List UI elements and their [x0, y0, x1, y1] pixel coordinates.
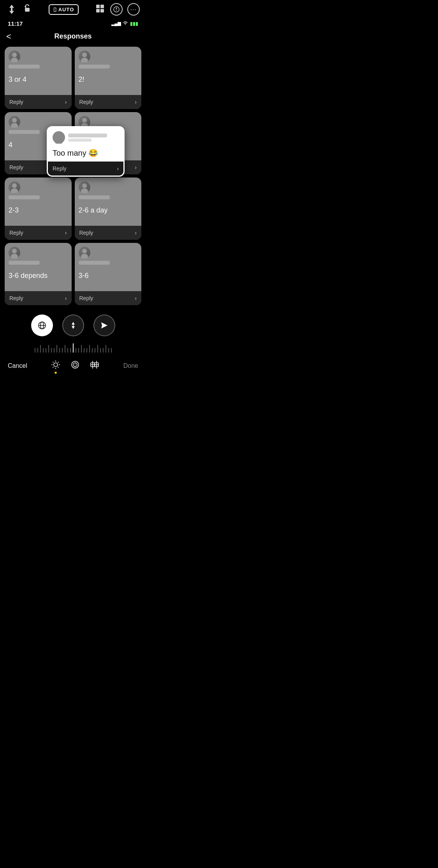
username-blur-8 [79, 261, 110, 265]
popup-overlay: Too many 😂 Reply › [47, 126, 125, 177]
reply-bar-5[interactable]: Reply › [5, 226, 72, 240]
tick [100, 348, 101, 353]
tick [103, 348, 104, 353]
reply-bar-8[interactable]: Reply › [75, 291, 142, 305]
bottom-icons [51, 360, 100, 372]
svg-rect-8 [100, 9, 104, 12]
svg-marker-0 [9, 5, 14, 8]
popup-avatar [53, 131, 65, 144]
svg-marker-35 [72, 326, 75, 329]
username-blur-2 [79, 65, 110, 69]
status-icons: ▂▄▆ ▮▮▮ [111, 21, 138, 26]
reply-bar-2[interactable]: Reply › [75, 95, 142, 109]
reply-chevron-1: › [65, 99, 67, 105]
transform-icon[interactable] [90, 360, 100, 372]
svg-point-25 [11, 254, 18, 258]
crop-icon[interactable] [70, 360, 80, 372]
svg-point-20 [12, 183, 17, 188]
username-blur-3 [9, 130, 40, 134]
svg-line-43 [58, 367, 59, 368]
tick [51, 348, 52, 353]
svg-line-42 [53, 362, 54, 363]
svg-point-13 [11, 58, 18, 62]
back-button[interactable]: < [6, 32, 11, 42]
tick [56, 345, 57, 353]
tick [40, 345, 41, 353]
reply-chevron-6: › [135, 230, 137, 236]
card-text-8: 3-6 [79, 269, 138, 288]
response-card-8: 3-6 Reply › [75, 243, 142, 305]
popup-reply-chevron: › [117, 165, 119, 172]
svg-rect-3 [25, 8, 30, 12]
svg-rect-6 [100, 5, 104, 8]
signal-icon: ▂▄▆ [111, 21, 121, 26]
svg-marker-33 [72, 322, 75, 325]
svg-point-29 [55, 139, 63, 144]
tick [76, 348, 76, 353]
grid-icon[interactable] [95, 3, 106, 16]
username-blur-5 [9, 195, 40, 199]
done-button[interactable]: Done [123, 362, 138, 369]
popup-username-blur [68, 134, 107, 137]
svg-point-28 [56, 133, 62, 139]
tick-center [73, 343, 74, 353]
reply-chevron-7: › [65, 295, 67, 301]
svg-rect-5 [96, 5, 100, 8]
popup-card: Too many 😂 Reply › [47, 126, 125, 177]
brightness-icon[interactable] [51, 360, 61, 372]
svg-point-26 [82, 249, 87, 253]
adjust-icon[interactable] [6, 4, 17, 15]
page-header: < Responses [0, 30, 146, 45]
globe-control-button[interactable] [31, 315, 53, 336]
reply-label-1: Reply [9, 99, 23, 105]
card-text-6: 2-6 a day [79, 203, 138, 222]
username-blur-1 [9, 65, 40, 69]
card-content-6: 2-6 a day [75, 177, 142, 226]
tick [81, 345, 82, 353]
more-icon[interactable]: ⋯ [127, 3, 140, 16]
reply-bar-7[interactable]: Reply › [5, 291, 72, 305]
avatar-8 [79, 247, 90, 258]
wifi-icon [122, 21, 128, 26]
tick [95, 348, 95, 353]
card-text-2: 2! [79, 72, 138, 91]
card-text-5: 2-3 [9, 203, 68, 222]
cancel-button[interactable]: Cancel [8, 362, 27, 369]
response-card-1: 3 or 4 Reply › [5, 47, 72, 109]
reply-label-2: Reply [79, 99, 93, 105]
reply-label-8: Reply [79, 295, 93, 301]
svg-point-27 [81, 254, 88, 258]
reply-chevron-5: › [65, 230, 67, 236]
tick [59, 348, 60, 353]
ruler-ticks [0, 341, 146, 353]
svg-point-17 [11, 123, 18, 128]
avatar-1 [9, 51, 20, 62]
timeline-ruler [0, 339, 146, 356]
reply-bar-6[interactable]: Reply › [75, 226, 142, 240]
svg-point-21 [11, 188, 18, 193]
tick [92, 348, 93, 353]
svg-point-15 [81, 58, 88, 62]
send-control-button[interactable] [93, 315, 115, 336]
compass-icon[interactable] [110, 3, 123, 16]
popup-reply-bar[interactable]: Reply › [48, 162, 123, 176]
reply-label-5: Reply [9, 230, 23, 236]
svg-marker-10 [116, 7, 117, 9]
tick [84, 348, 84, 353]
undo-icon[interactable] [22, 3, 33, 16]
auto-bracket: ⌷ [53, 7, 57, 12]
response-card-2: 2! Reply › [75, 47, 142, 109]
adjust-control-button[interactable] [62, 315, 84, 336]
card-text-7: 3-6 depends [9, 269, 68, 288]
response-card-7: 3-6 depends Reply › [5, 243, 72, 305]
svg-point-23 [81, 188, 88, 193]
brightness-dot [55, 372, 57, 374]
auto-badge[interactable]: ⌷ AUTO [49, 4, 79, 15]
reply-bar-1[interactable]: Reply › [5, 95, 72, 109]
card-content-1: 3 or 4 [5, 47, 72, 95]
reply-label-3: Reply [9, 164, 23, 170]
tick [108, 348, 109, 353]
avatar-5 [9, 181, 20, 193]
svg-point-14 [82, 53, 87, 57]
bottom-controls [0, 307, 146, 339]
